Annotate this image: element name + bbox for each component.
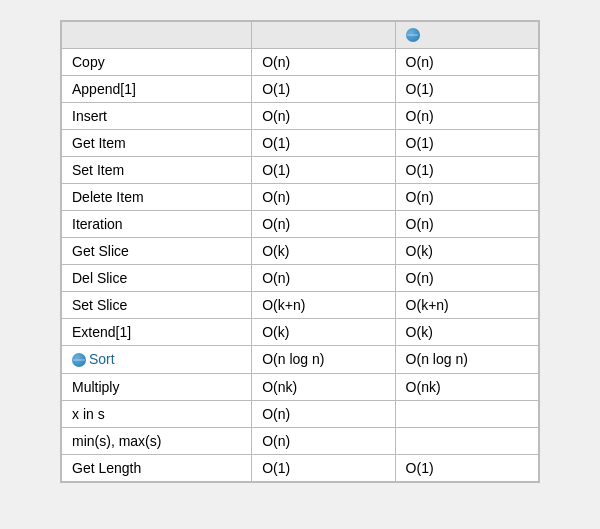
cell-operation: Del Slice [62,265,252,292]
cell-amortized [395,427,538,454]
cell-amortized: O(n log n) [395,346,538,373]
cell-average: O(k+n) [252,292,395,319]
cell-amortized: O(1) [395,76,538,103]
table-row: Append[1]O(1)O(1) [62,76,539,103]
cell-average: O(k) [252,319,395,346]
operation-link[interactable]: Sort [89,351,115,367]
cell-operation: Set Slice [62,292,252,319]
cell-operation: Set Item [62,157,252,184]
table-row: x in sO(n) [62,400,539,427]
cell-operation: Get Slice [62,238,252,265]
cell-amortized: O(n) [395,184,538,211]
table-row: InsertO(n)O(n) [62,103,539,130]
cell-operation: Delete Item [62,184,252,211]
cell-average: O(n) [252,184,395,211]
complexity-table-container: CopyO(n)O(n)Append[1]O(1)O(1)InsertO(n)O… [60,20,540,483]
table-row: Set SliceO(k+n)O(k+n) [62,292,539,319]
table-row: IterationO(n)O(n) [62,211,539,238]
cell-amortized: O(n) [395,49,538,76]
cell-amortized: O(1) [395,130,538,157]
cell-average: O(1) [252,76,395,103]
cell-operation: Get Length [62,454,252,481]
cell-amortized: O(k) [395,238,538,265]
cell-operation: Append[1] [62,76,252,103]
cell-operation: Get Item [62,130,252,157]
cell-amortized: O(n) [395,265,538,292]
header-average-case [252,22,395,49]
table-row: Get SliceO(k)O(k) [62,238,539,265]
table-header-row [62,22,539,49]
cell-amortized: O(n) [395,211,538,238]
globe-icon [72,353,86,367]
cell-operation: Extend[1] [62,319,252,346]
cell-average: O(1) [252,454,395,481]
table-body: CopyO(n)O(n)Append[1]O(1)O(1)InsertO(n)O… [62,49,539,481]
cell-average: O(n) [252,427,395,454]
table-row: CopyO(n)O(n) [62,49,539,76]
complexity-table: CopyO(n)O(n)Append[1]O(1)O(1)InsertO(n)O… [61,21,539,482]
cell-operation: Copy [62,49,252,76]
cell-average: O(n) [252,265,395,292]
table-row: SortO(n log n)O(n log n) [62,346,539,373]
table-row: Get ItemO(1)O(1) [62,130,539,157]
cell-amortized: O(1) [395,454,538,481]
cell-average: O(n) [252,400,395,427]
table-row: MultiplyO(nk)O(nk) [62,373,539,400]
cell-operation: Insert [62,103,252,130]
cell-average: O(n) [252,49,395,76]
cell-operation: min(s), max(s) [62,427,252,454]
table-row: Get LengthO(1)O(1) [62,454,539,481]
header-amortized-worst-case[interactable] [395,22,538,49]
cell-average: O(n) [252,103,395,130]
cell-amortized: O(n) [395,103,538,130]
cell-amortized [395,400,538,427]
cell-operation[interactable]: Sort [62,346,252,373]
cell-operation: x in s [62,400,252,427]
header-operation [62,22,252,49]
table-row: Del SliceO(n)O(n) [62,265,539,292]
cell-average: O(1) [252,130,395,157]
cell-average: O(1) [252,157,395,184]
cell-operation: Multiply [62,373,252,400]
table-row: min(s), max(s)O(n) [62,427,539,454]
cell-average: O(n log n) [252,346,395,373]
cell-average: O(nk) [252,373,395,400]
cell-amortized: O(k+n) [395,292,538,319]
cell-average: O(k) [252,238,395,265]
table-row: Set ItemO(1)O(1) [62,157,539,184]
cell-operation: Iteration [62,211,252,238]
table-row: Delete ItemO(n)O(n) [62,184,539,211]
cell-amortized: O(nk) [395,373,538,400]
cell-amortized: O(1) [395,157,538,184]
table-row: Extend[1]O(k)O(k) [62,319,539,346]
cell-amortized: O(k) [395,319,538,346]
globe-icon [406,28,420,42]
cell-average: O(n) [252,211,395,238]
